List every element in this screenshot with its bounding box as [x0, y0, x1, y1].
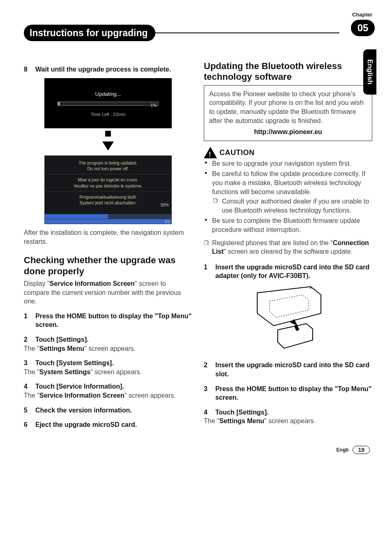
- scr2-line1a: The program is being updated.: [48, 160, 168, 166]
- scr2-line1b: Do not turn power off.: [48, 166, 168, 171]
- scr2-line2b: Veuillez ne pas éteindre le système.: [48, 183, 168, 189]
- bt-step-4-body: The "Settings Menu" screen appears.: [204, 417, 372, 426]
- checking-heading: Checking whether the upgrade was done pr…: [24, 255, 192, 277]
- scr1-title: Updating...: [50, 90, 166, 98]
- checking-intro: Display "Service Information Screen" scr…: [24, 279, 192, 306]
- scr1-progressbar: 1%: [58, 102, 159, 106]
- footer-page-number: 19: [353, 446, 370, 454]
- after-install-text: After the installation is complete, the …: [24, 228, 192, 246]
- page-footer: Engb 19: [24, 446, 372, 454]
- bt-step-3: 3 Press the HOME button to display the "…: [204, 385, 372, 402]
- check-step-2-body: The "Settings Menu" screen appears.: [24, 344, 192, 353]
- check-step-4-body: The "Service Information Screen" screen …: [24, 391, 192, 400]
- updating-screenshot-2: The program is being updated. Do not tur…: [44, 155, 172, 224]
- scr2-progress1: [45, 214, 171, 219]
- note-bullet-icon: ❐: [204, 239, 209, 256]
- scr2-line3b: System jetzt nicht abschalten.: [48, 200, 168, 206]
- check-step-1: 1 Press the HOME button to display the "…: [24, 312, 192, 329]
- scr1-percent: 1%: [151, 103, 157, 109]
- right-column: Updating the Bluetooth wireless technolo…: [204, 61, 372, 429]
- caution-row: CAUTION: [204, 147, 372, 158]
- bt-step-1: 1 Insert the upgrade microSD card into t…: [204, 263, 372, 280]
- info-box: Access the Pioneer website to check your…: [204, 85, 372, 141]
- caution-bullet-2: Be careful to follow the update procedur…: [204, 169, 372, 215]
- info-box-url: http://www.pioneer.eu: [209, 127, 367, 137]
- language-tab: English: [363, 49, 376, 95]
- scr1-timeleft: Time Left : 22min: [50, 111, 166, 118]
- chapter-label: Chapter: [352, 12, 372, 18]
- scr2-line2a: Mise à jour du logiciel en cours.: [48, 177, 168, 183]
- bt-step-2: 2 Insert the upgrade microSD card into t…: [204, 361, 372, 378]
- scr2-count: 1/1: [164, 219, 170, 224]
- check-step-5: 5 Check the version information.: [24, 406, 192, 415]
- arrow-between-screenshots: [44, 131, 172, 151]
- footer-region: Engb: [336, 447, 348, 453]
- bt-step-4: 4 Touch [Settings].: [204, 408, 372, 417]
- updating-screenshot-1: Updating... 1% Time Left : 22min: [44, 78, 172, 128]
- scr2-progress2: 1/1: [45, 219, 171, 224]
- page-title-wrap: Instructions for upgrading: [24, 25, 372, 41]
- microsd-adapter-illustration: [237, 285, 339, 357]
- step-8: 8 Wait until the upgrade process is comp…: [24, 65, 192, 74]
- caution-triangle-icon: [204, 147, 217, 158]
- step-8-num: 8: [24, 65, 30, 74]
- check-step-3-body: The "System Settings" screen appears.: [24, 368, 192, 377]
- caution-bullet-1: Be sure to upgrade your navigation syste…: [204, 159, 372, 168]
- connection-list-note: ❐ Registered phones that are listed on t…: [204, 239, 372, 256]
- caution-bullet-3: Be sure to complete the Bluetooth firmwa…: [204, 216, 372, 234]
- bluetooth-heading: Updating the Bluetooth wireless technolo…: [204, 61, 372, 83]
- step-8-text: Wait until the upgrade process is comple…: [35, 65, 171, 74]
- info-box-text: Access the Pioneer website to check your…: [209, 90, 367, 125]
- chapter-number-pill: 05: [351, 20, 375, 36]
- page-title: Instructions for upgrading: [24, 25, 155, 41]
- caution-label: CAUTION: [219, 148, 255, 158]
- title-rule: [154, 32, 340, 33]
- check-step-6: 6 Eject the upgrade microSD card.: [24, 420, 192, 429]
- scr2-pct: 50%: [161, 202, 169, 208]
- check-step-3: 3 Touch [System Settings].: [24, 359, 192, 368]
- left-column: 8 Wait until the upgrade process is comp…: [24, 61, 192, 429]
- scr2-line3a: Programmaktualisierung läuft.: [48, 194, 168, 200]
- check-step-2: 2 Touch [Settings].: [24, 335, 192, 344]
- check-step-4: 4 Touch [Service Information].: [24, 382, 192, 391]
- caution-bullets: Be sure to upgrade your navigation syste…: [204, 159, 372, 234]
- caution-bullet-2-sub: Consult your authorised dealer if you ar…: [212, 197, 372, 215]
